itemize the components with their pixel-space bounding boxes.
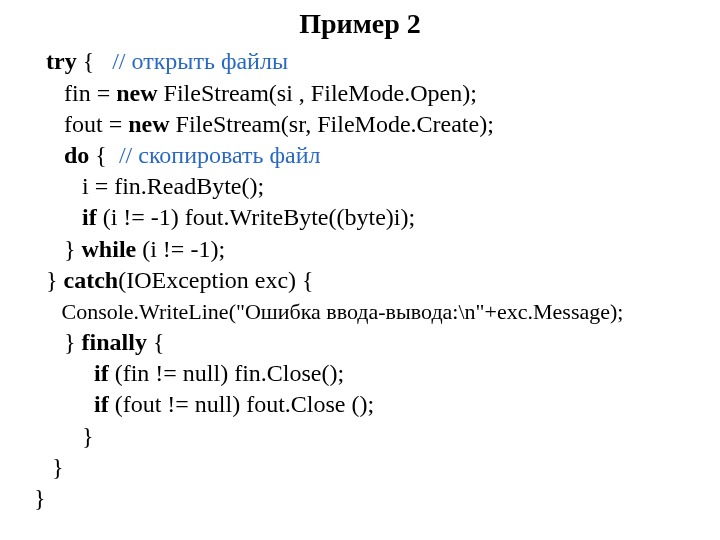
code-text: { xyxy=(89,142,119,168)
code-text: (i != -1) fout.WriteByte((byte)i); xyxy=(97,204,415,230)
code-text: i = fin.ReadByte(); xyxy=(34,173,264,199)
code-text: (IOException exc) { xyxy=(118,267,313,293)
code-text: } xyxy=(34,267,64,293)
example-title: Пример 2 xyxy=(0,6,720,42)
kw-if: if xyxy=(34,204,97,230)
code-text: } xyxy=(34,454,64,480)
comment-open-files: // открыть файлы xyxy=(112,48,288,74)
code-text: } xyxy=(34,329,82,355)
code-text: } xyxy=(34,485,46,511)
code-text: (i != -1); xyxy=(136,236,225,262)
code-block: try { // открыть файлы fin = new FileStr… xyxy=(0,46,720,514)
code-text: FileStream(sr, FileMode.Create); xyxy=(170,111,494,137)
kw-while: while xyxy=(82,236,137,262)
kw-new: new xyxy=(116,80,157,106)
kw-finally: finally xyxy=(82,329,147,355)
code-text: fout = xyxy=(34,111,128,137)
kw-if: if xyxy=(34,360,109,386)
code-text: FileStream(si , FileMode.Open); xyxy=(158,80,477,106)
code-text: (fin != null) fin.Close(); xyxy=(109,360,345,386)
kw-if: if xyxy=(34,391,109,417)
code-text: } xyxy=(34,423,94,449)
code-text: fin = xyxy=(34,80,116,106)
code-text: Console.WriteLine("Ошибка ввода-вывода:\… xyxy=(34,299,623,324)
code-text: { xyxy=(147,329,165,355)
kw-catch: catch xyxy=(64,267,119,293)
code-text: { xyxy=(77,48,113,74)
comment-copy-file: // скопировать файл xyxy=(119,142,321,168)
kw-try: try xyxy=(34,48,77,74)
code-text: (fout != null) fout.Close (); xyxy=(109,391,375,417)
kw-new: new xyxy=(128,111,169,137)
kw-do: do xyxy=(34,142,89,168)
code-text: } xyxy=(34,236,82,262)
